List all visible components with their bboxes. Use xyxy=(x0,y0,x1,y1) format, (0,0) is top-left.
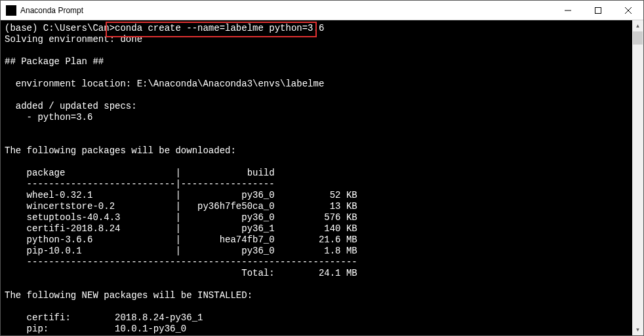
maximize-button[interactable] xyxy=(583,1,613,20)
install-row: pip: 10.0.1-py36_0 xyxy=(5,324,186,334)
scroll-down-arrow[interactable]: ▼ xyxy=(632,324,643,335)
output-line: added / updated specs: xyxy=(5,101,137,111)
table-row: pip-10.0.1 | py36_0 1.8 MB xyxy=(5,246,357,256)
prompt-text: (base) C:\Users\Can> xyxy=(5,23,115,33)
table-divider: ---------------------------|------------… xyxy=(5,179,275,189)
close-button[interactable] xyxy=(613,1,643,20)
terminal-area: (base) C:\Users\Can>conda create --name=… xyxy=(1,20,643,335)
output-line: Solving environment: done xyxy=(5,34,142,45)
table-row: certifi-2018.8.24 | py36_1 140 KB xyxy=(5,223,357,234)
svg-rect-1 xyxy=(595,7,601,13)
output-line: The following NEW packages will be INSTA… xyxy=(5,290,252,301)
titlebar: Anaconda Prompt xyxy=(1,1,643,20)
table-row: wheel-0.32.1 | py36_0 52 KB xyxy=(5,190,357,200)
window-title: Anaconda Prompt xyxy=(20,6,553,15)
output-line: environment location: E:\Anaconda\Anacon… xyxy=(5,79,324,89)
table-row: wincertstore-0.2 | py36h7fe50ca_0 13 KB xyxy=(5,201,357,212)
output-line: ## Package Plan ## xyxy=(5,56,104,67)
entered-command: conda create --name=labelme python=3.6 xyxy=(115,23,324,33)
scroll-track[interactable] xyxy=(632,31,643,324)
output-line: The following packages will be downloade… xyxy=(5,145,236,156)
vertical-scrollbar[interactable]: ▲ ▼ xyxy=(632,20,643,335)
table-row: setuptools-40.4.3 | py36_0 576 KB xyxy=(5,212,357,223)
table-row: python-3.6.6 | hea74fb7_0 21.6 MB xyxy=(5,234,357,245)
minimize-button[interactable] xyxy=(553,1,583,20)
total-line: Total: 24.1 MB xyxy=(5,268,357,278)
install-row: certifi: 2018.8.24-py36_1 xyxy=(5,312,203,323)
install-row: python: 3.6.6-hea74fb7_0 xyxy=(5,335,203,335)
output-line: - python=3.6 xyxy=(5,112,92,122)
table-header: package | build xyxy=(5,168,275,178)
table-divider: ----------------------------------------… xyxy=(5,257,357,267)
app-icon xyxy=(6,5,16,16)
window-controls xyxy=(553,1,643,20)
scroll-up-arrow[interactable]: ▲ xyxy=(632,20,643,31)
terminal-output[interactable]: (base) C:\Users\Can>conda create --name=… xyxy=(1,20,632,335)
scroll-thumb[interactable] xyxy=(633,31,643,45)
